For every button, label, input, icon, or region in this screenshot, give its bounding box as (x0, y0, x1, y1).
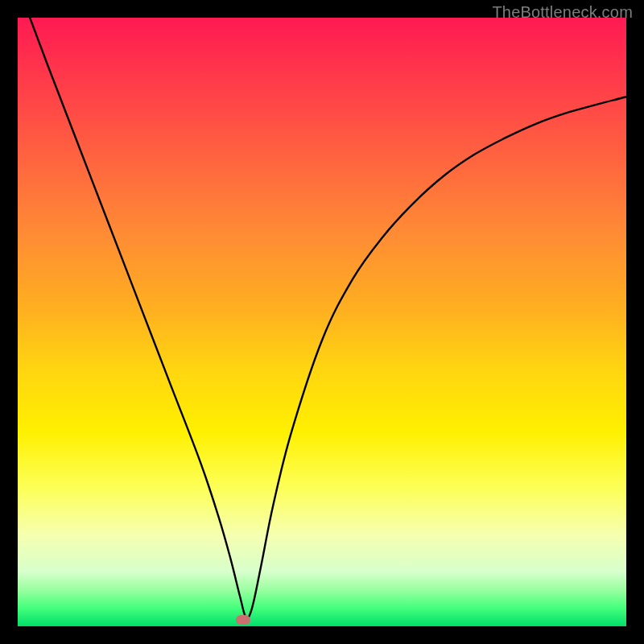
bottleneck-curve-path (30, 18, 626, 618)
optimal-point-marker (236, 615, 250, 625)
bottleneck-curve-plot (18, 18, 626, 626)
chart-frame (18, 18, 626, 626)
